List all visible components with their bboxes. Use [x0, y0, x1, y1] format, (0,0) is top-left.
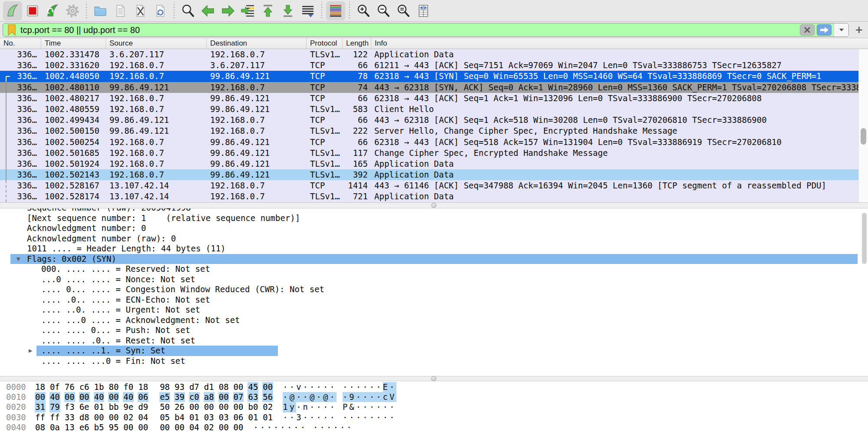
- ascii-char[interactable]: ·: [363, 392, 369, 402]
- hex-byte[interactable]: 08: [35, 422, 46, 432]
- auto-scroll-button[interactable]: [298, 1, 317, 20]
- hex-byte[interactable]: 95: [108, 422, 119, 432]
- save-capture-file-button[interactable]: [111, 1, 130, 20]
- ascii-char[interactable]: ·: [343, 412, 349, 422]
- hex-byte[interactable]: 01: [189, 412, 200, 422]
- ascii-char[interactable]: ·: [283, 382, 289, 392]
- hex-byte[interactable]: 04: [138, 412, 149, 422]
- ascii-char[interactable]: ·: [323, 382, 330, 392]
- column-header-no[interactable]: No.: [0, 38, 41, 49]
- hex-byte[interactable]: 56: [262, 392, 273, 402]
- hex-byte[interactable]: 76: [64, 382, 75, 392]
- detail-line[interactable]: .... .0.. .... = ECN-Echo: Not set: [0, 295, 868, 305]
- hex-byte[interactable]: ff: [50, 412, 60, 422]
- packet-list-scrollbar[interactable]: [858, 49, 868, 202]
- detail-line[interactable]: .... 0... .... = Congestion Window Reduc…: [0, 284, 868, 295]
- apply-arrow-icon[interactable]: [817, 24, 832, 36]
- hex-byte[interactable]: e6: [79, 422, 90, 432]
- ascii-char[interactable]: ·: [303, 392, 310, 402]
- packet-row[interactable]: 336…1002.448050192.168.0.799.86.49.121TC…: [0, 71, 868, 82]
- detail-line[interactable]: .... ..0. .... = Urgent: Not set: [0, 305, 868, 315]
- hex-byte[interactable]: bb: [108, 402, 119, 412]
- hex-byte[interactable]: 04: [189, 422, 200, 432]
- column-header-destination[interactable]: Destination: [207, 38, 307, 49]
- hex-byte[interactable]: 0a: [50, 422, 60, 432]
- hex-byte[interactable]: 08: [218, 382, 229, 392]
- ascii-char[interactable]: ·: [317, 402, 323, 412]
- detail-line[interactable]: .... ...0 .... = Acknowledgment: Not set: [0, 315, 868, 326]
- hex-byte[interactable]: f3: [64, 402, 75, 412]
- ascii-char[interactable]: ·: [356, 412, 363, 422]
- packet-row[interactable]: 336…1002.480559192.168.0.799.86.49.121TL…: [0, 104, 868, 115]
- hex-row[interactable]: 0000180f76c61b80f0189893d7d108004500··v·…: [0, 382, 868, 392]
- hex-byte[interactable]: b0: [248, 402, 258, 412]
- ascii-char[interactable]: E: [383, 382, 389, 392]
- open-capture-file-button[interactable]: [91, 1, 110, 20]
- ascii-char[interactable]: ·: [313, 422, 320, 432]
- ascii-char[interactable]: ·: [296, 402, 303, 412]
- filter-input[interactable]: tcp.port == 80 || udp.port == 80: [3, 23, 849, 37]
- hex-byte[interactable]: 00: [123, 422, 134, 432]
- ascii-char[interactable]: 3: [296, 412, 303, 422]
- ascii-char[interactable]: @: [290, 392, 296, 402]
- packet-row[interactable]: 336…1002.502143192.168.0.799.86.49.121TL…: [0, 169, 868, 180]
- hex-byte[interactable]: 07: [233, 392, 244, 402]
- ascii-char[interactable]: ·: [376, 402, 383, 412]
- ascii-char[interactable]: ·: [389, 382, 396, 392]
- ascii-char[interactable]: ·: [349, 382, 356, 392]
- go-back-button[interactable]: [198, 1, 218, 20]
- ascii-char[interactable]: ·: [376, 392, 383, 402]
- ascii-char[interactable]: n: [303, 402, 310, 412]
- detail-line[interactable]: 1011 .... = Header Length: 44 bytes (11): [0, 244, 868, 254]
- ascii-char[interactable]: v: [296, 382, 303, 392]
- ascii-char[interactable]: ·: [274, 422, 280, 432]
- ascii-char[interactable]: 1: [283, 402, 289, 412]
- ascii-char[interactable]: ·: [283, 412, 289, 422]
- hex-byte[interactable]: 00: [233, 422, 244, 432]
- hex-byte[interactable]: f0: [123, 382, 134, 392]
- detail-line[interactable]: ▶.... .... ..1. = Syn: Set: [0, 346, 868, 356]
- hex-byte[interactable]: 63: [248, 392, 258, 402]
- hex-byte[interactable]: 00: [233, 402, 244, 412]
- ascii-char[interactable]: ·: [343, 382, 349, 392]
- detail-line[interactable]: Sequence number (raw): 2005041998: [0, 208, 868, 213]
- ascii-char[interactable]: ·: [376, 412, 383, 422]
- hex-byte[interactable]: 93: [174, 382, 185, 392]
- hex-byte[interactable]: 02: [123, 412, 134, 422]
- hex-byte[interactable]: 50: [159, 402, 170, 412]
- ascii-char[interactable]: ·: [356, 402, 363, 412]
- ascii-char[interactable]: ·: [356, 392, 363, 402]
- hex-byte[interactable]: 05: [159, 412, 170, 422]
- ascii-char[interactable]: ·: [389, 402, 396, 412]
- detail-line[interactable]: Acknowledgment number (raw): 0: [0, 234, 868, 244]
- ascii-char[interactable]: ·: [280, 422, 287, 432]
- go-forward-button[interactable]: [218, 1, 238, 20]
- ascii-char[interactable]: ·: [370, 392, 376, 402]
- ascii-char[interactable]: 9: [349, 392, 356, 402]
- ascii-char[interactable]: ·: [376, 382, 383, 392]
- ascii-char[interactable]: ·: [327, 422, 333, 432]
- hex-row[interactable]: 00203179f36e01bb9ed9502600000000b0021y·n…: [0, 402, 868, 412]
- ascii-char[interactable]: ·: [363, 402, 369, 412]
- ascii-char[interactable]: ·: [370, 412, 376, 422]
- add-filter-button[interactable]: +: [855, 22, 863, 38]
- zoom-reset-button[interactable]: [394, 1, 413, 20]
- restart-capture-button[interactable]: [43, 1, 62, 20]
- zoom-in-button[interactable]: [354, 1, 373, 20]
- splitter-details-hex[interactable]: [0, 376, 868, 381]
- hex-byte[interactable]: 06: [233, 412, 244, 422]
- packet-row[interactable]: 336…1002.48011099.86.49.121192.168.0.7TC…: [0, 82, 868, 93]
- hex-byte[interactable]: 00: [218, 392, 229, 402]
- packet-row[interactable]: 336…1002.501924192.168.0.799.86.49.121TL…: [0, 158, 868, 169]
- detail-line[interactable]: 000. .... .... = Reserved: Not set: [0, 264, 868, 274]
- ascii-char[interactable]: ·: [349, 412, 356, 422]
- hex-byte[interactable]: 40: [123, 392, 134, 402]
- ascii-char[interactable]: ·: [383, 402, 389, 412]
- go-to-packet-button[interactable]: [238, 1, 257, 20]
- ascii-char[interactable]: ·: [320, 422, 327, 432]
- detail-line[interactable]: ...0 .... .... = Nonce: Not set: [0, 274, 868, 285]
- expander-closed-icon[interactable]: ▶: [29, 346, 32, 356]
- packet-row[interactable]: 336…1002.49943499.86.49.121192.168.0.7TC…: [0, 115, 868, 125]
- ascii-char[interactable]: ·: [303, 412, 310, 422]
- hex-byte[interactable]: d8: [79, 412, 90, 422]
